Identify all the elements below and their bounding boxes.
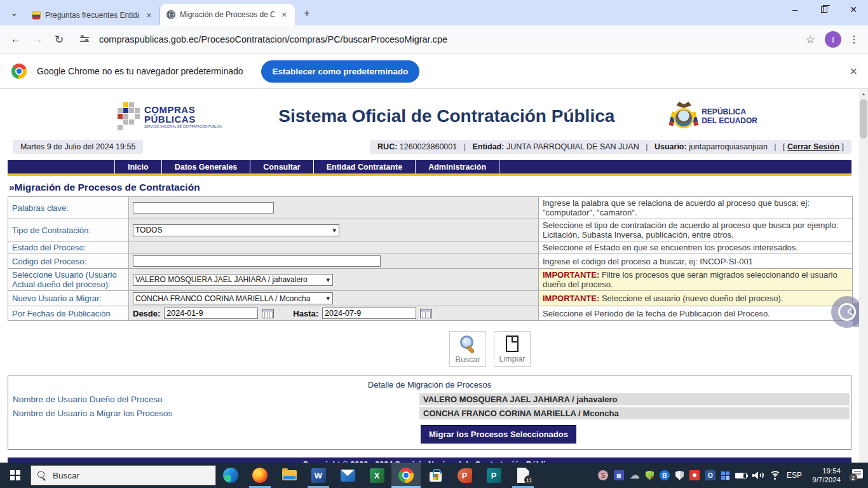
datetime-label: Martes 9 de Julio del 2024 19:55 <box>13 140 143 154</box>
reload-button[interactable]: ↻ <box>50 30 69 49</box>
palabras-clave-label: Palabras clave: <box>8 197 129 219</box>
usuario-actual-label: Seleccione Usuario (Usuario Actual dueño… <box>8 269 129 291</box>
browser-menu-button[interactable]: ⋮ <box>846 30 862 49</box>
scroll-up-arrow[interactable]: ▲ <box>859 89 868 98</box>
calendar-hasta-icon[interactable] <box>420 309 432 318</box>
migrar-procesos-button[interactable]: Migrar los Procesos Seleccionados <box>421 425 576 444</box>
nav-item-entidad-contratante[interactable]: Entidad Contratante <box>313 160 415 173</box>
fecha-hasta-input[interactable] <box>322 308 416 319</box>
session-details: RUC: 1260023860001 | Entidad: JUNTA PARR… <box>370 140 851 154</box>
bookmark-star-icon[interactable]: ☆ <box>801 30 820 49</box>
nuevo-usuario-select[interactable]: CONCHA FRANCO CORINA MARIELLA / Mconcha <box>133 292 333 304</box>
limpiar-button[interactable]: Limpiar <box>494 331 531 367</box>
form-row-nuevo-usuario: Nuevo Usuario a Migrar: CONCHA FRANCO CO… <box>8 291 853 306</box>
profile-avatar[interactable]: I <box>825 31 841 48</box>
file-explorer-icon <box>282 470 297 480</box>
taskbar-word[interactable]: W <box>304 463 333 488</box>
banner-close-icon[interactable]: ✕ <box>850 65 858 78</box>
tipo-contratacion-label: Tipo de Contratación: <box>8 219 129 241</box>
nuevo-usuario-help: IMPORTANTE: Seleccione el usuario (nuevo… <box>539 291 853 306</box>
estado-proceso-label: Estado del Proceso: <box>8 241 129 254</box>
palabras-clave-input[interactable] <box>133 202 274 214</box>
tray-cloud-icon[interactable]: ☁ <box>630 470 640 480</box>
tab-search-button[interactable]: ⌄ <box>5 4 23 22</box>
nav-item-datos-generales[interactable]: Datos Generales <box>161 160 250 173</box>
desde-label: Desde: <box>133 309 160 318</box>
taskbar-search-box[interactable]: Buscar <box>31 465 216 485</box>
taskbar-powerpoint[interactable]: P <box>450 463 479 488</box>
nav-item-inicio[interactable]: Inicio <box>114 160 161 173</box>
form-actions: Buscar Limpiar <box>60 331 859 367</box>
taskbar-chrome[interactable] <box>391 463 421 488</box>
battery-icon[interactable] <box>735 473 747 478</box>
nav-item-consultar[interactable]: Consultar <box>250 160 313 173</box>
fechas-publicacion-help: Seleccione el Período de la fecha de Pub… <box>539 306 853 321</box>
tab-close-icon[interactable]: ✕ <box>144 10 154 21</box>
taskbar-edge[interactable] <box>216 463 245 488</box>
taskbar-mail[interactable] <box>333 463 362 488</box>
session-infobar: Martes 9 de Julio del 2024 19:55 RUC: 12… <box>13 140 851 154</box>
buscar-button[interactable]: Buscar <box>449 331 486 367</box>
tab-close-icon[interactable]: ✕ <box>279 10 290 20</box>
restore-button[interactable] <box>810 0 839 19</box>
notification-badge: 2 <box>849 473 857 482</box>
compras-publicas-logo: COMPRASPÚBLICAS SERVICIO NACIONAL DE CON… <box>118 102 222 130</box>
tray-building-icon[interactable]: ▦ <box>614 470 624 480</box>
tray-windows-icon[interactable] <box>721 471 729 480</box>
set-default-button[interactable]: Establecer como predeterminado <box>261 60 420 83</box>
tab-preguntas-frecuentes[interactable]: Preguntas frecuentes Entidades ✕ <box>25 7 160 24</box>
page-main-title: Sistema Oficial de Contratación Pública <box>222 106 671 126</box>
usuario-actual-select[interactable]: VALERO MOSQUERA JAEL JAHIARA / jahavaler… <box>133 274 333 286</box>
windows-logo-icon <box>10 470 20 480</box>
taskbar-explorer[interactable] <box>275 463 304 488</box>
tray-mcafee-icon[interactable] <box>689 470 700 480</box>
form-row-tipo: Tipo de Contratación: TODOS Seleccione e… <box>8 219 853 241</box>
taskbar-excel[interactable]: X <box>362 463 391 488</box>
new-tab-button[interactable]: + <box>299 5 315 22</box>
back-button[interactable]: ← <box>6 30 25 49</box>
language-indicator[interactable]: ESP <box>787 471 802 480</box>
browser-titlebar: ⌄ Preguntas frecuentes Entidades ✕ Migra… <box>0 0 868 25</box>
site-settings-icon[interactable] <box>76 31 93 48</box>
start-button[interactable] <box>0 463 31 488</box>
wifi-icon[interactable] <box>770 471 781 480</box>
logout-link[interactable]: Cerrar Sesión <box>787 142 839 151</box>
tray-bluetooth-icon[interactable]: B <box>660 470 670 480</box>
fecha-desde-input[interactable] <box>164 308 258 319</box>
page-viewport: COMPRASPÚBLICAS SERVICIO NACIONAL DE CON… <box>0 89 868 463</box>
tipo-contratacion-help: Seleccione el tipo de contratación de ac… <box>539 219 853 241</box>
tray-antivirus-shield-icon[interactable] <box>646 471 654 480</box>
address-bar[interactable]: compraspublicas.gob.ec/ProcesoContrataci… <box>99 34 798 44</box>
tray-outlook-icon[interactable]: O <box>705 470 715 480</box>
tray-defender-shield-icon[interactable] <box>675 471 684 480</box>
tray-seal-icon[interactable]: S <box>598 470 608 480</box>
microsoft-store-icon <box>430 472 442 482</box>
detail-row-dueno: Nombre de Usuario Dueño del Proceso VALE… <box>10 393 850 405</box>
minimize-button[interactable]: – <box>780 0 810 19</box>
taskbar-document[interactable]: 11 <box>508 463 538 488</box>
banner-text: Google Chrome no es tu navegador predete… <box>37 66 243 76</box>
taskbar-clock[interactable]: 19:54 9/7/2024 <box>808 466 841 484</box>
taskbar-firefox[interactable] <box>245 463 275 488</box>
page-scrollbar[interactable]: ▲ <box>859 89 868 463</box>
migration-detail-panel: Detalle de Migración de Procesos Nombre … <box>8 376 851 450</box>
volume-icon[interactable] <box>752 471 764 480</box>
taskbar-publisher[interactable]: P <box>479 463 508 488</box>
scrollbar-thumb[interactable] <box>860 99 867 139</box>
taskbar-apps: W X P P 11 <box>216 463 538 488</box>
floating-clock-widget[interactable] <box>831 296 863 328</box>
tipo-contratacion-select[interactable]: TODOS <box>133 224 339 236</box>
close-window-button[interactable]: ✕ <box>839 0 868 19</box>
pixel-logo-icon <box>118 102 140 130</box>
crest-favicon <box>32 11 41 20</box>
codigo-proceso-input[interactable] <box>133 255 381 267</box>
tab-migracion-procesos[interactable]: Migración de Procesos de Cont ✕ <box>160 4 295 25</box>
forward-button[interactable]: → <box>28 30 47 49</box>
nav-item-administracion[interactable]: Administración <box>415 160 499 173</box>
calendar-desde-icon[interactable] <box>262 309 274 318</box>
notification-center-button[interactable]: 2 <box>849 469 863 482</box>
taskbar-store[interactable] <box>421 463 450 488</box>
form-row-codigo: Código del Proceso: Ingrese el código de… <box>8 254 853 269</box>
fechas-publicacion-label: Por Fechas de Publicación <box>8 306 129 321</box>
default-browser-banner: Google Chrome no es tu navegador predete… <box>0 54 868 89</box>
